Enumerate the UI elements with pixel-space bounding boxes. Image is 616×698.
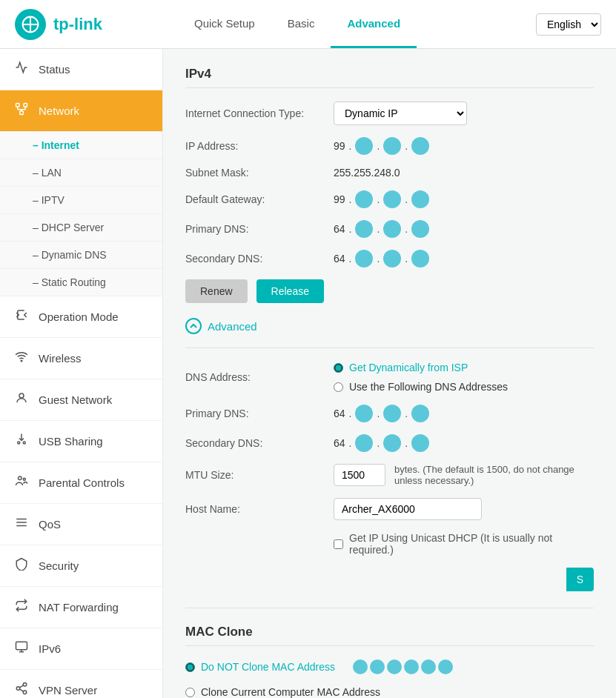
- mtu-input[interactable]: [334, 464, 385, 486]
- sdns-dot-2: [383, 250, 401, 267]
- host-name-row: Host Name:: [185, 498, 594, 520]
- dns-radio-group: Get Dynamically from ISP Use the Followi…: [334, 362, 508, 393]
- mtu-note: bytes. (The default is 1500, do not chan…: [394, 464, 594, 486]
- sidebar-label-network: Network: [39, 104, 79, 117]
- sidebar-item-parental-controls[interactable]: Parental Controls: [0, 462, 162, 504]
- sidebar-item-security[interactable]: Security: [0, 545, 162, 587]
- apdns-dot-3: [411, 405, 429, 422]
- adv-primary-dns-row: Primary DNS: 64...: [185, 405, 594, 422]
- mac-opt1-row: Do NOT Clone MAC Address: [185, 659, 594, 674]
- sidebar-label-qos: QoS: [39, 518, 61, 531]
- sidebar-label-opmode: Operation Mode: [39, 310, 119, 323]
- sidebar-label-nat-forwarding: NAT Forwarding: [39, 601, 119, 614]
- nav-quick-setup[interactable]: Quick Setup: [178, 0, 271, 48]
- mac-display-dot-3: [387, 659, 402, 674]
- host-name-input[interactable]: [334, 498, 482, 520]
- header: tp-link Quick Setup Basic Advanced Engli…: [0, 0, 616, 49]
- subitem-internet[interactable]: – Internet: [0, 132, 162, 159]
- host-name-label: Host Name:: [185, 503, 334, 515]
- connection-type-dropdown[interactable]: Dynamic IP Static IP PPPoE L2TP PPTP: [334, 102, 467, 125]
- apdns-dot-1: [355, 405, 373, 422]
- host-name-value-container: [334, 498, 482, 520]
- sidebar-item-ipv6[interactable]: IPv6: [0, 628, 162, 670]
- mac-opt1-radio[interactable]: [185, 662, 195, 672]
- dns-option2-label[interactable]: Use the Following DNS Addresses: [334, 381, 508, 393]
- dns-option1-radio[interactable]: [334, 363, 343, 373]
- mac-opt2-row: Clone Current Computer MAC Address: [185, 686, 594, 698]
- release-button[interactable]: Release: [256, 279, 324, 303]
- svg-rect-3: [16, 104, 20, 107]
- nav-advanced[interactable]: Advanced: [331, 0, 417, 48]
- dns-address-label: DNS Address:: [185, 371, 334, 383]
- sidebar-label-parental-controls: Parental Controls: [39, 476, 125, 489]
- asdns-dot-1: [355, 434, 373, 452]
- sidebar-item-status[interactable]: Status: [0, 49, 162, 90]
- advanced-toggle-icon: [185, 318, 202, 334]
- mac-clone-section: MAC Clone Do NOT Clone MAC Address: [185, 625, 594, 698]
- sidebar-item-nat-forwarding[interactable]: NAT Forwarding: [0, 587, 162, 628]
- dns-option1-text: Get Dynamically from ISP: [349, 362, 468, 373]
- secondary-dns-row: Secondary DNS: 64...: [185, 250, 594, 267]
- subitem-dhcp-server[interactable]: – DHCP Server: [0, 214, 162, 242]
- save-button[interactable]: S: [566, 568, 594, 591]
- network-subitems: – Internet – LAN – IPTV – DHCP Server – …: [0, 132, 162, 296]
- dns-option2-text: Use the Following DNS Addresses: [349, 381, 508, 393]
- language-selector[interactable]: English: [536, 13, 601, 36]
- asdns-dot-2: [383, 434, 401, 452]
- svg-point-11: [19, 393, 24, 398]
- language-dropdown[interactable]: English: [536, 13, 601, 36]
- unicast-checkbox-label[interactable]: Get IP Using Unicast DHCP (It is usually…: [334, 532, 594, 556]
- renew-button[interactable]: Renew: [185, 279, 248, 303]
- sidebar-item-usb-sharing[interactable]: USB Sharing: [0, 421, 162, 462]
- ipv4-section: IPv4 Internet Connection Type: Dynamic I…: [185, 67, 594, 591]
- subitem-dynamic-dns[interactable]: – Dynamic DNS: [0, 242, 162, 269]
- dns-option1-label[interactable]: Get Dynamically from ISP: [334, 362, 508, 373]
- sdns-dot-1: [355, 250, 373, 267]
- sidebar-item-guest-network[interactable]: Guest Network: [0, 379, 162, 421]
- adv-primary-dns-value: 64...: [334, 405, 429, 422]
- mac-display-dot-5: [421, 659, 436, 674]
- svg-line-23: [19, 689, 23, 691]
- svg-rect-17: [16, 642, 27, 650]
- primary-dns-row: Primary DNS: 64...: [185, 220, 594, 238]
- unicast-row: Get IP Using Unicast DHCP (It is usually…: [185, 532, 594, 556]
- mac-opt2-radio[interactable]: [185, 688, 195, 697]
- sdns-dot-3: [411, 250, 429, 267]
- sidebar-item-vpn-server[interactable]: VPN Server: [0, 670, 162, 698]
- subitem-iptv[interactable]: – IPTV: [0, 187, 162, 214]
- mac-display-dot-4: [404, 659, 419, 674]
- subitem-static-routing[interactable]: – Static Routing: [0, 269, 162, 296]
- advanced-toggle[interactable]: Advanced: [185, 318, 594, 334]
- sidebar-item-operation-mode[interactable]: Operation Mode: [0, 296, 162, 338]
- subnet-mask-label: Subnet Mask:: [185, 167, 334, 179]
- asdns-dot-3: [411, 434, 429, 452]
- connection-type-value: Dynamic IP Static IP PPPoE L2TP PPTP: [334, 102, 467, 125]
- sidebar: Status Network – Internet – LAN – IPTV –…: [0, 49, 163, 698]
- sidebar-item-wireless[interactable]: Wireless: [0, 338, 162, 379]
- unicast-checkbox[interactable]: [334, 539, 343, 549]
- secondary-dns-value: 64...: [334, 250, 429, 267]
- parental-icon: [13, 474, 30, 491]
- sidebar-item-qos[interactable]: QoS: [0, 504, 162, 545]
- advanced-section: DNS Address: Get Dynamically from ISP Us…: [185, 348, 594, 556]
- adv-secondary-dns-value: 64...: [334, 434, 429, 452]
- dns-option2-radio[interactable]: [334, 382, 343, 392]
- default-gateway-label: Default Gateway:: [185, 193, 334, 205]
- pdns-dot-3: [411, 220, 429, 238]
- svg-rect-4: [24, 104, 27, 107]
- mac-opt1-label[interactable]: Do NOT Clone MAC Address: [185, 659, 594, 674]
- logo-text: tp-link: [53, 15, 102, 34]
- nav-basic[interactable]: Basic: [271, 0, 331, 48]
- gw-dot-3: [411, 190, 429, 208]
- sidebar-item-network[interactable]: Network: [0, 90, 162, 132]
- ip-address-value: 99...: [334, 137, 429, 155]
- adv-secondary-dns-label: Secondary DNS:: [185, 437, 334, 449]
- mac-opt2-label[interactable]: Clone Current Computer MAC Address: [185, 686, 380, 698]
- mac-display-dot-6: [438, 659, 453, 674]
- gw-dot-1: [355, 190, 373, 208]
- dns-address-row: DNS Address: Get Dynamically from ISP Us…: [185, 362, 594, 393]
- mac-display-dot-2: [370, 659, 385, 674]
- subitem-lan[interactable]: – LAN: [0, 159, 162, 187]
- ipv6-icon: [13, 640, 30, 657]
- qos-icon: [13, 516, 30, 533]
